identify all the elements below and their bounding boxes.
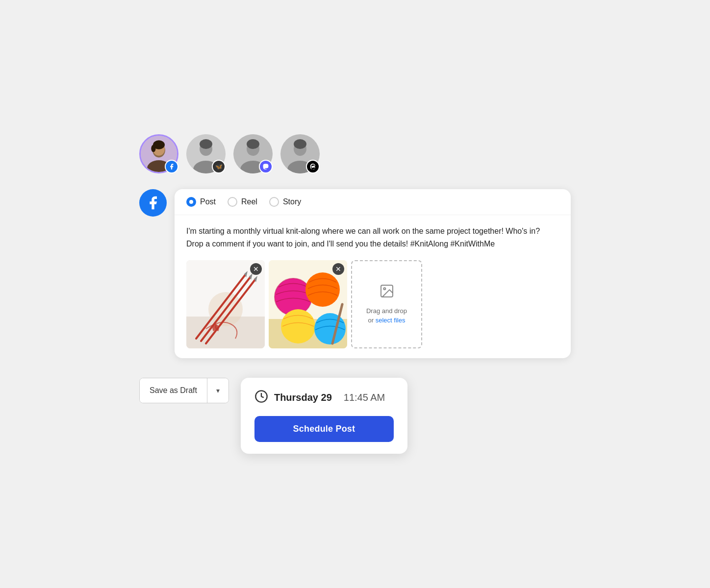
facebook-icon-large — [139, 189, 167, 217]
post-radio-label: Post — [200, 197, 216, 206]
save-draft-main-button[interactable]: Save as Draft — [140, 378, 207, 403]
svg-point-12 — [247, 139, 259, 149]
svg-point-16 — [294, 139, 306, 149]
drop-zone[interactable]: Drag and drop or select files — [351, 260, 422, 348]
main-container: 🦋 — [120, 115, 590, 473]
schedule-date: Thursday 29 — [274, 392, 332, 403]
threads-badge — [306, 160, 320, 173]
post-type-row: Post Reel Story — [175, 189, 571, 215]
reel-radio[interactable]: Reel — [228, 197, 257, 207]
upload-icon — [379, 283, 395, 302]
story-radio-circle — [269, 197, 279, 207]
reel-radio-label: Reel — [241, 197, 257, 206]
schedule-card: Thursday 29 11:45 AM Schedule Post — [241, 378, 407, 454]
avatar-threads[interactable] — [280, 134, 320, 173]
reel-radio-circle — [228, 197, 237, 207]
post-text[interactable]: I'm starting a monthly virtual knit-alon… — [175, 215, 571, 260]
composer-row: Post Reel Story I'm starting a monthly v… — [139, 189, 571, 358]
schedule-time: 11:45 AM — [344, 392, 385, 403]
post-radio[interactable]: Post — [186, 197, 216, 207]
facebook-badge — [165, 160, 178, 173]
image-thumb-1: ✕ — [186, 260, 265, 348]
drop-zone-text: Drag and drop or select files — [366, 306, 407, 325]
clock-icon — [254, 390, 268, 406]
avatars-row: 🦋 — [139, 134, 571, 173]
svg-point-5 — [151, 145, 155, 152]
save-draft-chevron[interactable]: ▾ — [207, 378, 228, 403]
svg-point-37 — [383, 288, 385, 290]
schedule-time-row: Thursday 29 11:45 AM — [254, 390, 394, 406]
avatar-facebook[interactable] — [139, 134, 178, 173]
save-draft-button[interactable]: Save as Draft ▾ — [139, 378, 229, 403]
mastodon-badge — [259, 160, 273, 173]
svg-point-8 — [200, 139, 212, 149]
story-radio[interactable]: Story — [269, 197, 301, 207]
svg-point-33 — [281, 309, 315, 343]
post-radio-circle — [186, 197, 196, 207]
chevron-down-icon: ▾ — [216, 387, 220, 394]
bluesky-badge: 🦋 — [212, 160, 226, 173]
select-files-link[interactable]: select files — [376, 317, 406, 324]
svg-point-32 — [305, 272, 340, 307]
story-radio-label: Story — [283, 197, 301, 206]
action-row: Save as Draft ▾ Thursday 29 11:45 AM Sch… — [139, 378, 571, 454]
image-grid: ✕ — [175, 260, 571, 358]
image-thumb-2: ✕ — [269, 260, 347, 348]
remove-image-1-button[interactable]: ✕ — [250, 263, 262, 275]
schedule-post-button[interactable]: Schedule Post — [254, 416, 394, 442]
svg-point-34 — [314, 313, 346, 344]
avatar-bluesky[interactable]: 🦋 — [186, 134, 226, 173]
remove-image-2-button[interactable]: ✕ — [332, 263, 344, 275]
composer-card: Post Reel Story I'm starting a monthly v… — [175, 189, 571, 358]
avatar-mastodon[interactable] — [233, 134, 273, 173]
